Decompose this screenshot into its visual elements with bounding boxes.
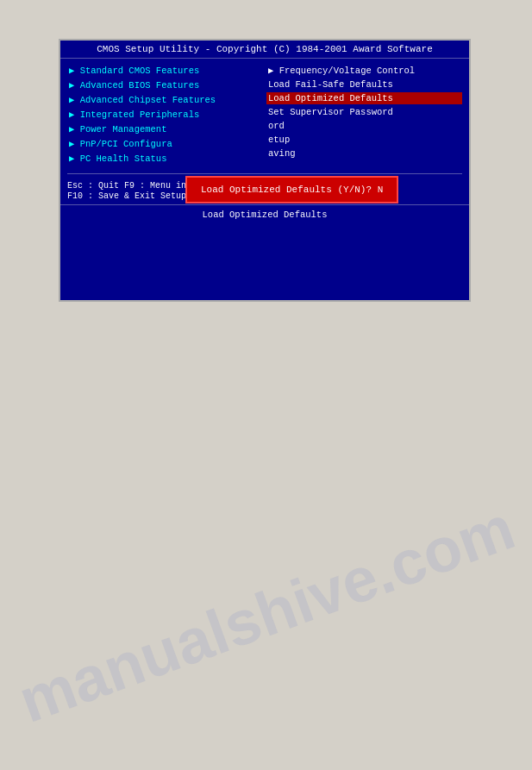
menu-item-integrated-peripherals[interactable]: Integrated Peripherals <box>67 108 263 121</box>
menu-item-pnp-pci[interactable]: PnP/PCI Configura <box>67 137 263 150</box>
menu-item-advanced-chipset[interactable]: Advanced Chipset Features <box>67 93 263 106</box>
right-column: Frequency/Voltage Control Load Fail-Safe… <box>263 64 462 165</box>
left-column: Standard CMOS Features Advanced BIOS Fea… <box>67 64 263 165</box>
right-item-partial1: ord <box>266 120 462 132</box>
bios-screen: CMOS Setup Utility - Copyright (C) 1984-… <box>59 39 471 302</box>
footer-description: Load Optimized Defaults <box>60 204 469 223</box>
main-content: Standard CMOS Features Advanced BIOS Fea… <box>60 59 469 170</box>
menu-item-power-management[interactable]: Power Management <box>67 122 263 135</box>
right-item-partial2: etup <box>266 134 462 146</box>
page-background: CMOS Setup Utility - Copyright (C) 1984-… <box>0 0 532 770</box>
dialog-box[interactable]: Load Optimized Defaults (Y/N)? N <box>185 176 398 203</box>
footer-text: Load Optimized Defaults <box>203 210 328 220</box>
right-item-load-optimized[interactable]: Load Optimized Defaults <box>266 92 462 104</box>
right-item-fail-safe[interactable]: Load Fail-Safe Defaults <box>266 78 462 91</box>
right-item-set-supervisor[interactable]: Set Supervisor Password <box>266 106 462 118</box>
menu-item-standard-cmos[interactable]: Standard CMOS Features <box>67 64 263 77</box>
title-bar: CMOS Setup Utility - Copyright (C) 1984-… <box>60 41 469 59</box>
watermark: manualshive.com <box>9 491 523 736</box>
menu-item-advanced-bios[interactable]: Advanced BIOS Features <box>67 78 263 91</box>
dialog-overlay: Load Optimized Defaults (Y/N)? N <box>185 176 398 203</box>
right-item-partial3: aving <box>266 147 462 160</box>
dialog-text: Load Optimized Defaults (Y/N)? N <box>201 185 383 195</box>
divider <box>67 173 462 174</box>
bios-title: CMOS Setup Utility - Copyright (C) 1984-… <box>97 44 432 54</box>
menu-item-pc-health[interactable]: PC Health Status <box>67 152 263 165</box>
right-item-freq-voltage[interactable]: Frequency/Voltage Control <box>266 64 462 77</box>
